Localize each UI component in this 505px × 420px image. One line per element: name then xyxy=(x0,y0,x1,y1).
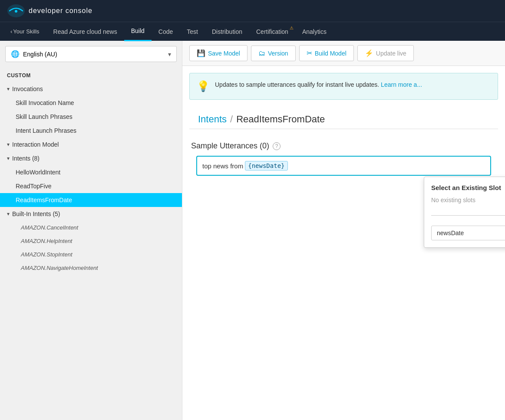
builtin-intents-header[interactable]: ▾ Built-In Intents (5) xyxy=(0,207,182,221)
update-live-icon: ⚡ xyxy=(365,49,373,57)
sidebar-item-skill-launch-phrases[interactable]: Skill Launch Phrases xyxy=(0,110,182,124)
slot-tag[interactable]: {newsDate} xyxy=(245,161,287,171)
sidebar-item-AMAZON.HelpIntent[interactable]: AMAZON.HelpIntent xyxy=(0,234,182,248)
intents-label: Intents (8) xyxy=(12,155,40,162)
sample-utterances-section: Sample Utterances (0) ? xyxy=(182,136,505,156)
invocations-label: Invocations xyxy=(12,85,43,92)
alexa-logo-icon xyxy=(7,4,25,18)
create-slot-input[interactable] xyxy=(431,226,505,240)
build-model-button[interactable]: ✂ Build Model xyxy=(299,45,354,61)
nav-tab-distribution[interactable]: Distribution xyxy=(205,22,249,41)
intents-arrow-icon: ▾ xyxy=(7,155,10,161)
save-model-button[interactable]: 💾 Save Model xyxy=(189,45,248,61)
sidebar-item-AMAZON.NavigateHomeIntent[interactable]: AMAZON.NavigateHomeIntent xyxy=(0,261,182,275)
main-content: 💾 Save Model 🗂 Version ✂ Build Model ⚡ U… xyxy=(182,41,505,420)
builtin-intents-group: ▾ Built-In Intents (5) AMAZON.CancelInte… xyxy=(0,207,182,275)
sidebar-item-intent-launch-phrases[interactable]: Intent Launch Phrases xyxy=(0,124,182,138)
layout: 🌐 English (AU) ▾ CUSTOM ▾ Invocations Sk… xyxy=(0,41,505,420)
nav-tab-certification[interactable]: Certification xyxy=(249,22,295,41)
interaction-model-arrow-icon: ▾ xyxy=(7,141,10,148)
svg-point-1 xyxy=(15,10,17,13)
info-banner: 💡 Updates to sample utterances qualify f… xyxy=(189,73,498,100)
sidebar-item-ReadItemsFromDate[interactable]: ReadItemsFromDate xyxy=(0,193,182,207)
slot-popup-or-divider: OR xyxy=(431,212,505,219)
interaction-model-header[interactable]: ▾ Interaction Model xyxy=(0,138,182,151)
slot-popup-empty-text: No existing slots xyxy=(431,197,505,203)
breadcrumb-current: ReadItemsFromDate xyxy=(236,114,325,125)
builtin-intents-label: Built-In Intents (5) xyxy=(12,210,60,217)
topbar: developer console xyxy=(0,0,505,22)
lang-selector-left: 🌐 English (AU) xyxy=(11,50,57,58)
create-slot-area: Add xyxy=(431,226,505,240)
intents-breadcrumb-link[interactable]: Intents xyxy=(198,114,227,125)
sample-utterances-help-icon[interactable]: ? xyxy=(273,142,281,150)
nav-your-skills[interactable]: Your Skills xyxy=(3,22,46,41)
or-line-left xyxy=(431,215,505,216)
app-title: developer console xyxy=(29,7,92,15)
invocations-group: ▾ Invocations Skill Invocation Name Skil… xyxy=(0,82,182,138)
chevron-down-icon: ▾ xyxy=(168,51,171,58)
sidebar-item-skill-invocation-name[interactable]: Skill Invocation Name xyxy=(0,96,182,110)
invocations-arrow-icon: ▾ xyxy=(7,86,10,92)
sidebar-item-ReadTopFive[interactable]: ReadTopFive xyxy=(0,179,182,193)
intents-header[interactable]: ▾ Intents (8) xyxy=(0,151,182,165)
save-icon: 💾 xyxy=(197,49,205,57)
sidebar-item-AMAZON.CancelIntent[interactable]: AMAZON.CancelIntent xyxy=(0,221,182,234)
nav-tab-test[interactable]: Test xyxy=(180,22,205,41)
utterance-text: top news from xyxy=(202,162,243,170)
utterance-input-area[interactable]: top news from {newsDate} xyxy=(196,156,491,176)
nav-tab-build[interactable]: Build xyxy=(124,22,152,41)
interaction-model-label: Interaction Model xyxy=(12,141,59,148)
interaction-model-group: ▾ Interaction Model xyxy=(0,138,182,151)
sidebar-item-HelloWorldIntent[interactable]: HelloWorldIntent xyxy=(0,165,182,179)
toolbar: 💾 Save Model 🗂 Version ✂ Build Model ⚡ U… xyxy=(182,41,505,66)
breadcrumb: Intents / ReadItemsFromDate xyxy=(189,107,498,129)
slot-popup: Select an Existing Slot No existing slot… xyxy=(424,177,505,248)
build-icon: ✂ xyxy=(307,49,312,57)
slot-popup-title: Select an Existing Slot xyxy=(431,184,505,191)
info-banner-text: Updates to sample utterances qualify for… xyxy=(215,80,422,89)
sample-utterances-title: Sample Utterances (0) xyxy=(191,141,269,151)
navbar: Your Skills Read Azure cloud news Build … xyxy=(0,22,505,41)
language-selector[interactable]: 🌐 English (AU) ▾ xyxy=(5,46,177,62)
language-label: English (AU) xyxy=(23,51,57,58)
logo-area: developer console xyxy=(7,4,92,18)
version-icon: 🗂 xyxy=(258,49,265,57)
breadcrumb-separator: / xyxy=(230,114,233,125)
globe-icon: 🌐 xyxy=(11,50,20,58)
custom-section-label: CUSTOM xyxy=(0,67,182,82)
nav-tab-analytics[interactable]: Analytics xyxy=(295,22,333,41)
lightbulb-icon: 💡 xyxy=(197,80,210,92)
nav-tab-code[interactable]: Code xyxy=(152,22,180,41)
sidebar: 🌐 English (AU) ▾ CUSTOM ▾ Invocations Sk… xyxy=(0,41,182,420)
version-button[interactable]: 🗂 Version xyxy=(251,46,296,61)
learn-more-link[interactable]: Learn more a... xyxy=(381,81,422,88)
sidebar-item-AMAZON.StopIntent[interactable]: AMAZON.StopIntent xyxy=(0,248,182,261)
update-live-button[interactable]: ⚡ Update live xyxy=(357,45,414,61)
intents-group: ▾ Intents (8) HelloWorldIntent ReadTopFi… xyxy=(0,151,182,207)
builtin-intents-arrow-icon: ▾ xyxy=(7,211,10,217)
nav-skill-name[interactable]: Read Azure cloud news xyxy=(46,22,124,41)
invocations-header[interactable]: ▾ Invocations xyxy=(0,82,182,96)
